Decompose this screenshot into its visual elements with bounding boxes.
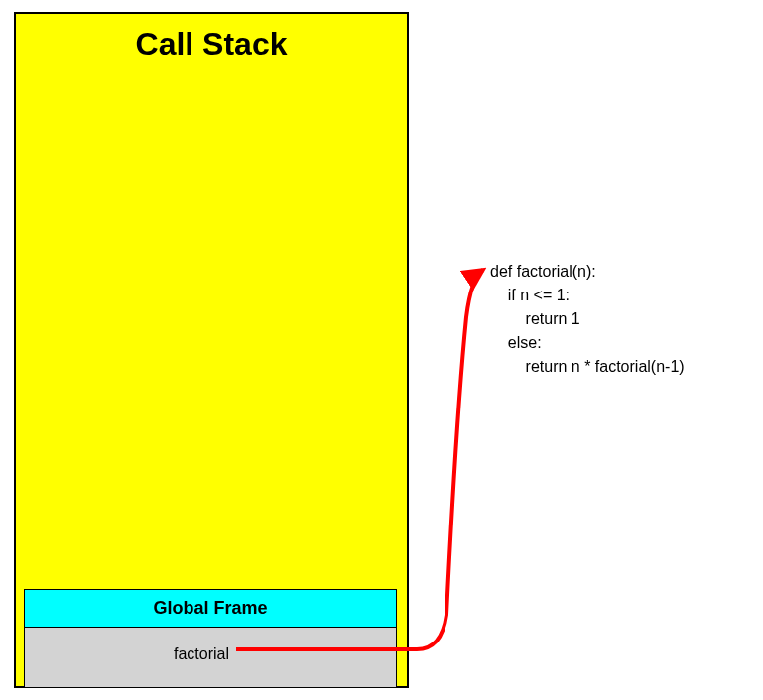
code-line-3: return 1 <box>490 310 580 327</box>
global-frame: Global Frame factorial <box>24 589 397 688</box>
code-line-2: if n <= 1: <box>490 287 570 303</box>
global-frame-header: Global Frame <box>25 590 396 628</box>
call-stack-container: Call Stack <box>14 12 409 688</box>
global-frame-body: factorial <box>25 628 396 687</box>
variable-factorial: factorial <box>174 645 229 663</box>
call-stack-title: Call Stack <box>16 26 407 62</box>
code-line-5: return n * factorial(n-1) <box>490 358 685 375</box>
code-definition: def factorial(n): if n <= 1: return 1 el… <box>490 260 685 379</box>
code-line-4: else: <box>490 334 542 351</box>
code-line-1: def factorial(n): <box>490 263 596 280</box>
